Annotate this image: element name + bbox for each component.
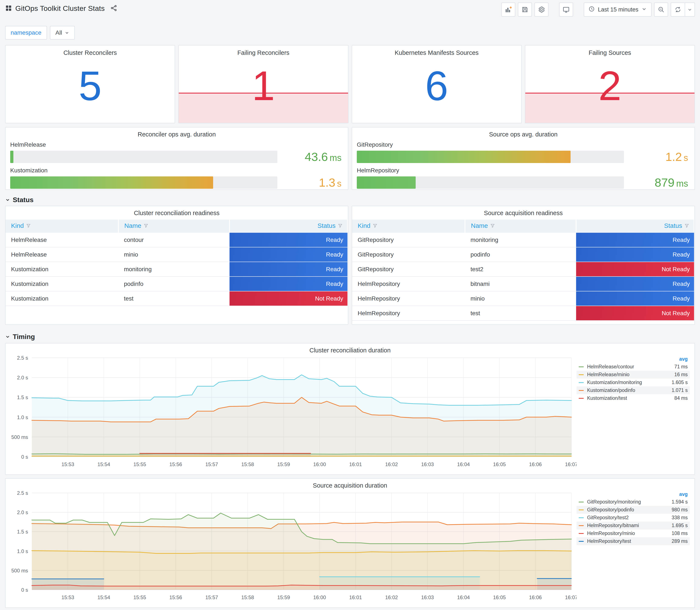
legend-series-name: GitRepository/test2 [587,515,672,520]
svg-text:15:54: 15:54 [97,594,110,600]
legend-series-name: Kustomization/test [587,395,674,401]
gauge-label: HelmRepository [357,167,690,174]
column-header-kind[interactable]: Kind [5,220,118,233]
column-header-name[interactable]: Name [118,220,229,233]
timing-charts: Cluster reconciliation duration0 s500 ms… [5,343,695,608]
legend-series-avg: 71 ms [674,364,688,370]
filter-funnel-icon[interactable] [144,223,149,230]
stat-panel[interactable]: Failing Reconcilers1 [178,45,348,123]
filter-funnel-icon[interactable] [684,223,690,230]
gauge-value: 879ms [624,176,690,189]
table-row[interactable]: KustomizationmonitoringReady [5,262,347,276]
table-row[interactable]: KustomizationpodinfoReady [5,276,347,291]
cell-status: Ready [576,291,694,306]
legend-item[interactable]: GitRepository/podinfo980 ms [576,506,690,514]
legend-avg-header[interactable]: avg [576,355,690,363]
gauge-panel[interactable]: Reconciler ops avg. durationHelmRelease4… [5,127,348,190]
legend-item[interactable]: GitRepository/test2338 ms [576,514,690,521]
add-panel-button[interactable] [501,2,515,17]
gauge-label: HelmRelease [10,141,343,148]
table-row[interactable]: GitRepositorytest2Not Ready [352,262,694,276]
svg-text:15:55: 15:55 [133,594,146,600]
cell-status: Ready [229,262,347,276]
stat-panel[interactable]: Cluster Reconcilers5 [5,45,175,123]
chevron-down-icon [65,30,69,35]
table-row[interactable]: HelmRepositorytestNot Ready [352,306,694,321]
table-row[interactable]: HelmRepositoryminioReady [352,291,694,306]
legend-item[interactable]: HelmRepository/bitnami1.695 s [576,521,690,529]
table-panel[interactable]: Cluster reconciliation readinessKindName… [5,206,348,325]
legend-avg-header[interactable]: avg [576,490,690,498]
stat-panel[interactable]: Failing Sources2 [525,45,695,123]
save-dashboard-button[interactable] [518,2,532,17]
settings-gear-button[interactable] [535,2,549,17]
table-row[interactable]: HelmReleaseminioReady [5,247,347,262]
stat-panel[interactable]: Kubernetes Manifests Sources6 [352,45,522,123]
legend-item[interactable]: HelmRelease/contour71 ms [576,363,690,371]
legend-item[interactable]: HelmRepository/test289 ms [576,537,690,545]
table-row[interactable]: GitRepositorypodinfoReady [352,247,694,262]
time-range-picker[interactable]: Last 15 minutes [584,2,652,17]
clock-icon [588,6,595,14]
gauge-panel[interactable]: Source ops avg. durationGitRepository1.2… [352,127,695,190]
cell-kind: HelmRelease [5,233,118,247]
legend-item[interactable]: Kustomization/monitoring1.605 s [576,379,690,386]
chevron-down-icon [5,334,10,339]
refresh-interval-dropdown[interactable] [685,3,695,16]
variable-namespace-label[interactable]: namespace [5,26,47,39]
legend-series-name: HelmRelease/minio [587,372,674,378]
filter-funnel-icon[interactable] [373,223,378,230]
time-series-plot[interactable]: 0 s500 ms1.0 s1.5 s2.0 s2.5 s15:5315:541… [9,354,576,469]
legend-item[interactable]: HelmRelease/minio16 ms [576,371,690,379]
status-badge: Ready [229,277,347,291]
table-panel[interactable]: Source acquisition readinessKindNameStat… [352,206,695,325]
gauge-track [357,151,624,163]
gauge-line: 43.6ms [10,150,343,164]
svg-text:1.0 s: 1.0 s [17,548,28,554]
table-row[interactable]: GitRepositorymonitoringReady [352,233,694,247]
refresh-button[interactable] [671,3,685,16]
apps-grid-icon[interactable] [5,5,12,12]
legend-item[interactable]: Kustomization/test84 ms [576,394,690,402]
svg-text:16:02: 16:02 [385,462,398,467]
gauge-value-number: 1.2 [665,150,682,163]
chart-panel[interactable]: Cluster reconciliation duration0 s500 ms… [5,343,695,475]
section-status-label: Status [13,196,34,204]
cell-name: test2 [465,262,576,276]
column-header-status[interactable]: Status [229,220,347,233]
legend-item[interactable]: GitRepository/monitoring1.594 s [576,498,690,506]
stat-value: 1 [252,65,275,107]
column-header-name[interactable]: Name [465,220,576,233]
filter-funnel-icon[interactable] [338,223,343,230]
section-status[interactable]: Status [5,195,695,205]
column-header-status[interactable]: Status [576,220,694,233]
cell-kind: GitRepository [352,262,465,276]
cycle-view-tv-button[interactable] [559,2,573,17]
time-series-plot[interactable]: 0 s500 ms1.0 s1.5 s2.0 s2.5 s15:5315:541… [9,489,576,602]
filter-funnel-icon[interactable] [26,223,31,230]
gauge-item: GitRepository1.2s [356,141,690,164]
share-icon[interactable] [110,4,117,13]
stat-value: 6 [425,65,448,107]
table-row[interactable]: HelmRepositorybitnamiReady [352,276,694,291]
svg-text:16:07: 16:07 [565,594,576,600]
cell-status: Ready [229,247,347,262]
legend-item[interactable]: HelmRepository/minio108 ms [576,529,690,537]
svg-text:16:03: 16:03 [421,594,434,600]
chart-panel[interactable]: Source acquisition duration0 s500 ms1.0 … [5,478,695,608]
filter-funnel-icon[interactable] [490,223,495,230]
cell-kind: HelmRepository [352,276,465,291]
chevron-down-icon [641,6,647,13]
section-timing[interactable]: Timing [5,332,695,341]
variable-namespace-value[interactable]: All [50,26,75,39]
legend-item[interactable]: Kustomization/podinfo1.071 s [576,386,690,394]
column-header-kind[interactable]: Kind [352,220,465,233]
zoom-out-button[interactable] [654,2,668,17]
legend-series-dash [579,398,584,399]
svg-text:16:07: 16:07 [565,462,576,467]
legend-series-dash [579,382,584,383]
table-row[interactable]: HelmReleasecontourReady [5,233,347,247]
svg-text:0 s: 0 s [21,454,28,460]
table-panel-title: Source acquisition readiness [352,206,695,216]
table-row[interactable]: KustomizationtestNot Ready [5,291,347,306]
